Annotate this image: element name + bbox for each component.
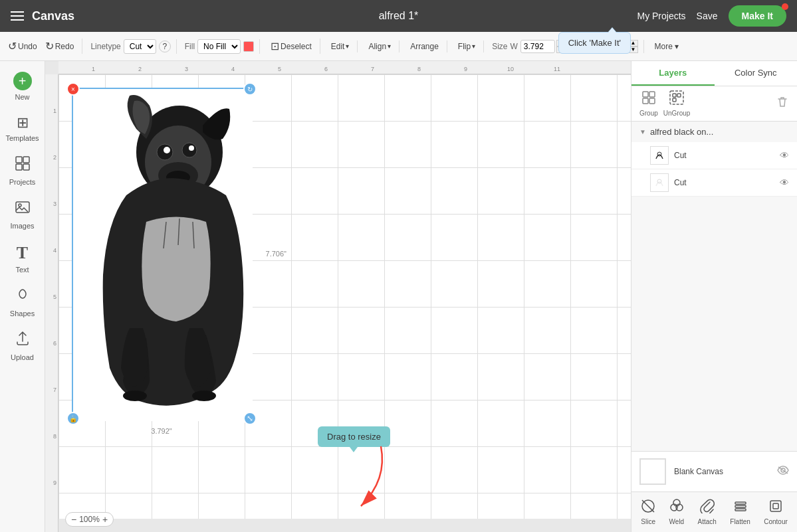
ruler-top: 1 2 3 4 5 6 7 8 9 10 11 [58,61,631,74]
width-input[interactable] [520,40,555,53]
align-button[interactable]: Align ▾ [366,41,394,52]
svg-point-5 [19,204,21,207]
shapes-icon [15,287,31,307]
right-panel: Layers Color Sync Group [631,61,797,532]
slice-button[interactable]: Slice [637,496,659,528]
dog-image [73,89,253,421]
handle-lock[interactable]: 🔒 [66,412,80,425]
fill-label: Fill [185,42,195,51]
svg-point-26 [657,152,661,156]
blank-canvas-row: Blank Canvas [631,451,797,491]
toolbar: ↺ Undo ↻ Redo Linetype Cut ? Fill No Fil… [0,32,797,61]
save-button[interactable]: Save [697,11,718,21]
layer-item-2[interactable]: Cut 👁 [631,169,797,197]
sidebar-label-new: New [15,93,29,101]
svg-rect-2 [16,164,22,170]
canvas-thumbnail [639,458,666,485]
fill-group: Fill No Fill [185,39,260,54]
nav-left: Canvas [11,9,74,23]
text-icon: T [17,243,28,263]
align-group: Align ▾ [366,41,399,52]
svg-rect-39 [773,503,778,509]
attach-button[interactable]: Attach [694,496,721,528]
fill-color-swatch[interactable] [243,41,254,52]
canvas-area: 1 2 3 4 5 6 7 8 9 10 11 1 2 3 4 5 6 7 8 … [45,61,631,532]
sidebar-item-templates[interactable]: ⊞ Templates [3,109,43,147]
layer-visibility-1[interactable]: 👁 [780,150,789,161]
dimension-height: 7.706" [266,250,286,258]
zoom-in-button[interactable]: + [102,514,108,525]
zoom-level: 100% [79,515,100,524]
svg-point-16 [192,391,216,401]
sidebar-item-text[interactable]: T Text [3,238,43,279]
templates-icon: ⊞ [17,114,29,132]
svg-point-15 [123,391,147,401]
contour-button[interactable]: Contour [760,496,792,528]
size-w-label: W [511,42,518,51]
flatten-button[interactable]: Flatten [726,496,754,528]
svg-rect-38 [770,501,781,511]
svg-rect-21 [649,98,655,104]
svg-point-12 [189,145,194,151]
handle-rotate[interactable]: ↻ [243,82,257,96]
hamburger-menu[interactable] [11,11,24,21]
layer-name-1: Cut [674,151,774,160]
sidebar-label-images: Images [10,222,34,230]
svg-rect-23 [673,94,676,97]
group-button[interactable]: Group [639,90,658,117]
dimension-width: 3.792" [151,427,171,435]
bottom-toolbar: Slice Weld Attach [631,491,797,532]
undo-button[interactable]: ↺ Undo [5,39,40,54]
group-icon [641,90,656,108]
tab-color-sync[interactable]: Color Sync [715,61,798,86]
svg-point-11 [164,147,170,153]
zoom-out-button[interactable]: − [71,514,76,525]
delete-layer-button[interactable] [776,96,789,112]
ungroup-button[interactable]: UnGroup [663,90,691,117]
layer-item-1[interactable]: Cut 👁 [631,142,797,169]
flatten-icon [733,499,748,517]
sidebar-label-shapes: Shapes [10,310,35,317]
sidebar-item-images[interactable]: Images [3,194,43,235]
fill-select[interactable]: No Fill [197,39,241,54]
make-it-button[interactable]: Make It [729,5,786,27]
svg-rect-19 [649,92,655,97]
zoom-controls: − 100% + [65,512,114,527]
handle-scale[interactable]: ⤡ [243,412,257,425]
linetype-group: Linetype Cut ? [90,39,176,54]
main-layout: + New ⊞ Templates Projects [0,61,797,532]
selection-box[interactable]: × ↻ 🔒 ⤡ 3.792" 7.706" [72,88,251,420]
sidebar-item-upload[interactable]: Upload [3,325,43,367]
sidebar-item-new[interactable]: + New [3,66,43,106]
more-button[interactable]: More ▾ [652,41,682,52]
linetype-select[interactable]: Cut [124,39,156,54]
svg-rect-3 [23,164,29,170]
flip-button[interactable]: Flip ▾ [455,41,478,52]
edit-group: Edit ▾ [328,41,358,52]
layer-name-2: Cut [674,178,774,187]
canvas-name: Blank Canvas [674,467,723,476]
more-group: More ▾ [652,41,687,52]
arrange-button[interactable]: Arrange [407,41,441,52]
deselect-button[interactable]: ⊡ Deselect [268,39,314,54]
linetype-help[interactable]: ? [159,41,171,52]
ruler-left: 1 2 3 4 5 6 7 8 9 [45,74,58,532]
redo-button[interactable]: ↻ Redo [43,39,77,54]
weld-icon [669,499,684,517]
projects-icon [15,155,31,175]
canvas-visibility-button[interactable] [777,466,789,478]
svg-rect-1 [23,157,29,163]
layer-group-header[interactable]: ▼ alfred black on... [631,122,797,142]
sidebar-item-projects[interactable]: Projects [3,150,43,191]
edit-button[interactable]: Edit ▾ [328,41,352,52]
layer-thumb-1 [650,146,669,165]
my-projects-button[interactable]: My Projects [637,11,685,21]
layer-visibility-2[interactable]: 👁 [780,177,789,188]
tab-layers[interactable]: Layers [631,61,715,86]
handle-top-left[interactable]: × [66,82,80,96]
grid-canvas[interactable]: × ↻ 🔒 ⤡ 3.792" 7.706" Drag to resize [58,74,631,519]
sidebar-item-shapes[interactable]: Shapes [3,282,43,323]
weld-button[interactable]: Weld [665,496,689,528]
ungroup-icon [669,90,684,108]
make-it-tooltip: Click 'Make It' [558,32,631,54]
